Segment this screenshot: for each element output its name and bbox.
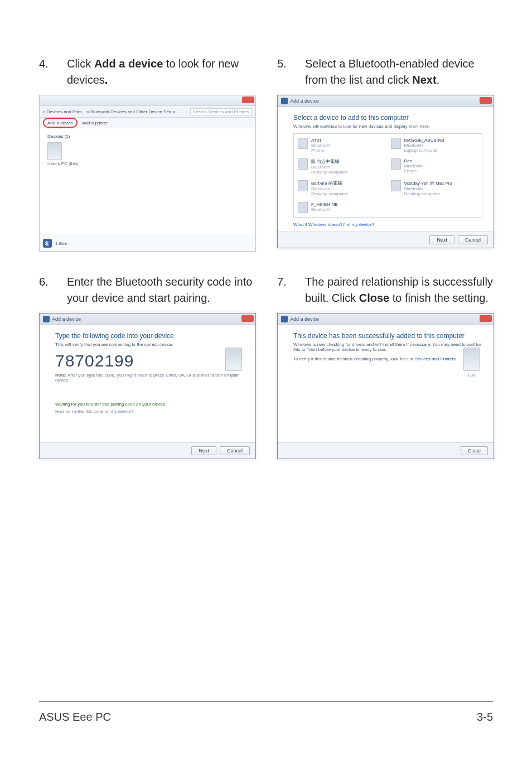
wizard-buttons: Close	[278, 442, 494, 459]
wizard-icon	[281, 316, 288, 322]
devices-pane: Devices (1) User's PC (this)	[40, 128, 255, 234]
step-text-post: to finish the setting.	[389, 292, 489, 304]
add-printer-button[interactable]: Add a printer	[82, 120, 108, 126]
device-list-item[interactable]: AT01BluetoothPhone	[296, 136, 387, 155]
device-type: Bluetooth	[404, 186, 452, 191]
page-footer: ASUS Eee PC 3-5	[39, 701, 493, 724]
device-class: Laptop computer	[404, 148, 444, 153]
wizard-icon	[281, 98, 288, 104]
help-link[interactable]: What if Windows doesn't find my device?	[293, 222, 482, 227]
device-list-item[interactable]: MAGGIE_ASUS-NBBluetoothLaptop computer	[389, 136, 480, 155]
device-list[interactable]: AT01BluetoothPhoneMAGGIE_ASUS-NBBluetoot…	[293, 133, 482, 218]
device-list-item[interactable]: RaeBluetoothPhone	[389, 157, 480, 176]
device-list-item[interactable]: 販 向近中電腦BluetoothDesktop computer	[296, 157, 387, 176]
device-list-item[interactable]: F_HSIEH-NBBluetooth	[296, 200, 387, 215]
status-help-link[interactable]: How do I enter this code on my device?	[55, 409, 244, 414]
add-device-wizard-select: Add a device Select a device to add to t…	[277, 95, 494, 248]
wizard-content: Type the following code into your device…	[40, 325, 255, 442]
status-text: Waiting for you to enter this pairing co…	[55, 402, 169, 407]
step-7: 7. The paired relationship is successful…	[277, 274, 493, 306]
wizard-buttons: Next Cancel	[278, 232, 494, 248]
device-name: Barbara 的電腦	[311, 180, 347, 186]
footer-left: ASUS Eee PC	[39, 711, 111, 724]
step-body: Click Add a device to look for new devic…	[67, 56, 255, 88]
close-icon[interactable]	[241, 315, 254, 322]
column-step5: 5. Select a Bluetooth-enabled device fro…	[277, 56, 493, 252]
device-name: Rae	[404, 158, 423, 163]
note: Note: After you type this code, you migh…	[55, 373, 244, 383]
step-number: 5.	[277, 56, 305, 88]
cancel-button[interactable]: Cancel	[458, 235, 488, 244]
step-5: 5. Select a Bluetooth-enabled device fro…	[277, 56, 493, 88]
breadcrumb: « Devices and Print... » Bluetooth Devic…	[43, 109, 175, 114]
wizard-subtext: This will verify that you are connecting…	[55, 342, 244, 347]
device-type: Bluetooth	[311, 143, 330, 148]
device-thumb-icon	[391, 180, 401, 191]
wizard-line1: Windows is now checking for drivers and …	[293, 342, 482, 352]
device-class: Desktop computer	[311, 191, 347, 196]
step-text-pre: Select a Bluetooth-enabled device from t…	[305, 57, 475, 86]
computer-icon[interactable]	[47, 142, 62, 160]
wizard-subtext: Windows will continue to look for new de…	[293, 124, 482, 129]
device-name: MAGGIE_ASUS-NB	[404, 138, 444, 143]
bluetooth-icon	[43, 239, 52, 248]
wizard-titlebar: Add a device	[40, 314, 255, 325]
device-thumbnail	[463, 348, 480, 371]
wizard-content: This device has been successfully added …	[278, 325, 494, 442]
wizard-line2-text: To verify if this device finished instal…	[293, 356, 414, 361]
step-text-bold: Close	[359, 292, 389, 304]
add-device-wizard-success: Add a device This device has been succes…	[277, 313, 494, 459]
wizard-content: Select a device to add to this computer …	[278, 107, 494, 232]
step-body: Enter the Bluetooth security code into y…	[67, 274, 255, 306]
status: Waiting for you to enter this pairing co…	[55, 402, 244, 414]
device-list-item[interactable]: Barbara 的電腦BluetoothDesktop computer	[296, 179, 387, 198]
devices-and-printers-link[interactable]: Devices and Printers	[414, 356, 456, 361]
device-thumbnail	[225, 348, 242, 371]
step-4: 4. Click Add a device to look for new de…	[39, 56, 255, 88]
search-input[interactable]: Search Devices and Printers	[190, 108, 252, 115]
device-thumb-icon	[391, 158, 401, 170]
device-list-item[interactable]: Vostday Yeh 的 Mac ProBluetoothDesktop co…	[389, 179, 480, 198]
wizard-title: Add a device	[290, 98, 319, 104]
next-button[interactable]: Next	[429, 235, 454, 244]
wizard-icon	[43, 316, 50, 322]
section-header: Devices (1)	[47, 134, 248, 139]
close-icon[interactable]	[480, 315, 492, 322]
toolbar: Add a device Add a printer	[40, 118, 255, 128]
device-name: Vostday Yeh 的 Mac Pro	[404, 180, 452, 186]
wizard-title: Add a device	[52, 316, 81, 322]
step-text-bold: Next	[412, 74, 436, 86]
wizard-heading: Type the following code into your device	[55, 332, 244, 340]
device-thumb-icon	[298, 138, 308, 149]
step-text-pre: Click	[67, 57, 94, 70]
device-type: Bluetooth	[311, 207, 338, 212]
note-text: After you type this code, you might need…	[55, 373, 239, 383]
wizard-heading: This device has been successfully added …	[293, 332, 482, 340]
wizard-heading: Select a device to add to this computer	[293, 114, 482, 122]
status-bar: 1 item	[43, 239, 252, 248]
cancel-button[interactable]: Cancel	[220, 446, 250, 455]
device-thumb-icon	[298, 158, 308, 170]
close-icon[interactable]	[242, 97, 254, 103]
device-type: Bluetooth	[404, 143, 444, 148]
wizard-buttons: Next Cancel	[40, 442, 255, 459]
device-class: Desktop computer	[404, 191, 452, 196]
next-button[interactable]: Next	[191, 446, 216, 455]
column-step6: 6. Enter the Bluetooth security code int…	[39, 274, 255, 459]
device-type: Bluetooth	[311, 165, 347, 170]
add-device-button[interactable]: Add a device	[43, 118, 78, 128]
device-class: Desktop computer	[311, 170, 347, 175]
add-device-wizard-code: Add a device Type the following code int…	[39, 313, 256, 459]
step-6: 6. Enter the Bluetooth security code int…	[39, 274, 255, 306]
device-label: User's PC (this)	[47, 161, 248, 166]
close-icon[interactable]	[480, 97, 492, 104]
device-name: 販 向近中電腦	[311, 158, 347, 165]
step-text-bold: Add a device	[94, 57, 163, 70]
device-thumb-icon	[391, 138, 401, 149]
step-body: The paired relationship is successfully …	[305, 274, 493, 306]
column-step7: 7. The paired relationship is successful…	[277, 274, 493, 459]
close-button[interactable]: Close	[461, 446, 488, 455]
step-text-post: .	[437, 74, 440, 86]
wizard-titlebar: Add a device	[278, 95, 494, 107]
device-name: F_HSIEH-NB	[311, 202, 338, 207]
